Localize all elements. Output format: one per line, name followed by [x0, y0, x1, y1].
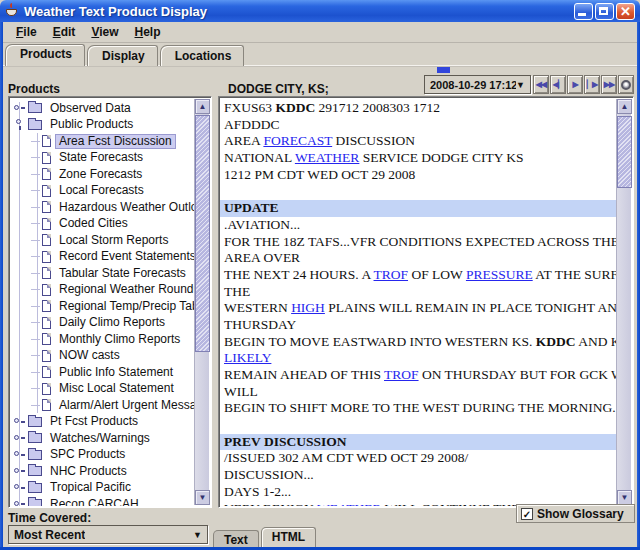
fast-forward-button[interactable]: ▶▶ [601, 75, 617, 94]
glossary-link[interactable]: HIGH [291, 300, 325, 315]
plain-text: .AVIATION... [224, 217, 300, 232]
tree-item-label: Observed Data [46, 101, 135, 116]
title-bar[interactable]: Weather Text Product Display ✕ [0, 0, 640, 22]
expand-toggle-icon[interactable] [13, 415, 26, 428]
step-backward-button[interactable]: ◀▏ [550, 75, 566, 94]
expand-toggle-icon[interactable] [13, 448, 26, 461]
glossary-link[interactable]: TROF [374, 267, 409, 282]
plain-text: AREA [224, 133, 263, 148]
tree-item-tropical-pacific[interactable]: Tropical Pacific [10, 480, 194, 497]
tree-item-recon-carcah[interactable]: Recon CARCAH [10, 496, 194, 506]
fast-backward-button[interactable]: ◀◀ [533, 75, 549, 94]
tree-item-regional-temp-precip-tables[interactable]: Regional Temp/Precip Tables [10, 298, 194, 315]
document-icon [42, 399, 51, 411]
plain-text: REMAIN AHEAD OF THIS [224, 367, 384, 382]
maximize-button[interactable] [595, 3, 614, 20]
text-scrollbar-thumb[interactable] [617, 116, 632, 188]
menu-help[interactable]: Help [127, 23, 169, 41]
plain-text: AND KHYS WILL [576, 334, 616, 349]
bold-text: UPDATE [224, 200, 279, 215]
tree-item-label: NOW casts [55, 348, 124, 363]
tree-item-label: Tabular State Forecasts [55, 266, 190, 281]
tree-item-label: SPC Products [46, 447, 129, 462]
tree-item-nhc-products[interactable]: NHC Products [10, 463, 194, 480]
tree-item-label: Zone Forecasts [55, 167, 146, 182]
plain-text: AT THE SURFACE OVER [533, 267, 616, 282]
tree-item-local-forecasts[interactable]: Local Forecasts [10, 183, 194, 200]
time-covered-combo[interactable]: Most Recent ▼ [8, 525, 208, 544]
tree-item-alarm-alert-urgent-message[interactable]: Alarm/Alert Urgent Message [10, 397, 194, 414]
glossary-link[interactable]: WEATHER [317, 501, 382, 507]
glossary-link[interactable]: FORECAST [263, 133, 332, 148]
tree-item-state-forecasts[interactable]: State Forecasts [10, 150, 194, 167]
scroll-down-icon[interactable]: ▼ [195, 490, 210, 505]
expand-toggle-icon[interactable] [13, 102, 26, 115]
menu-file[interactable]: File [8, 23, 45, 41]
collapse-toggle-icon[interactable] [13, 118, 26, 131]
tree-item-regional-weather-roundups[interactable]: Regional Weather Roundups [10, 282, 194, 299]
tree-item-public-info-statement[interactable]: Public Info Statement [10, 364, 194, 381]
tree-item-observed-data[interactable]: Observed Data [10, 100, 194, 117]
menu-view[interactable]: View [83, 23, 126, 41]
bold-text: PREV DISCUSSION [224, 434, 346, 449]
document-icon [42, 284, 51, 296]
tab-locations[interactable]: Locations [160, 45, 245, 66]
show-glossary-checkbox[interactable]: ✓ [521, 508, 533, 520]
menu-edit[interactable]: Edit [45, 23, 84, 41]
tree-item-misc-local-statement[interactable]: Misc Local Statement [10, 381, 194, 398]
tree-item-label: Public Info Statement [55, 365, 177, 380]
tree-item-pt-fcst-products[interactable]: Pt Fcst Products [10, 414, 194, 431]
glossary-link[interactable]: PRESSURE [466, 267, 533, 282]
expand-toggle-icon[interactable] [13, 481, 26, 494]
tab-display[interactable]: Display [87, 45, 158, 66]
scroll-up-icon[interactable]: ▲ [195, 99, 210, 114]
glossary-link[interactable]: LIKELY [224, 350, 271, 365]
glossary-link[interactable]: TROF [384, 367, 419, 382]
scroll-down-icon[interactable]: ▼ [617, 490, 632, 505]
view-tab-html[interactable]: HTML [261, 527, 316, 547]
chevron-down-icon: ▼ [516, 80, 530, 90]
text-line: DAYS 1-2... [224, 484, 616, 501]
text-scrollbar[interactable]: ▲ ▼ [616, 99, 631, 505]
tab-products[interactable]: Products [5, 44, 85, 66]
tree-item-public-products[interactable]: Public Products [10, 117, 194, 134]
step-forward-button[interactable]: ▏▶ [584, 75, 600, 94]
expand-toggle-icon[interactable] [13, 465, 26, 478]
window-border-left [0, 20, 3, 550]
play-button[interactable]: ▶ [567, 75, 583, 94]
tree-scrollbar-thumb[interactable] [195, 115, 210, 352]
plain-text: BEGIN TO MOVE EASTWARD INTO WESTERN KS. [224, 334, 536, 349]
plain-text: WILL [224, 384, 258, 399]
tree-item-tabular-state-forecasts[interactable]: Tabular State Forecasts [10, 265, 194, 282]
tree-item-area-fcst-discussion[interactable]: Area Fcst Discussion [10, 133, 194, 150]
folder-icon [28, 499, 42, 506]
document-icon [42, 234, 51, 246]
close-button[interactable]: ✕ [616, 3, 635, 20]
view-tab-text[interactable]: Text [213, 530, 259, 547]
tree-item-coded-cities[interactable]: Coded Cities [10, 216, 194, 233]
time-covered-label: Time Covered: [8, 511, 91, 525]
tree-item-now-casts[interactable]: NOW casts [10, 348, 194, 365]
tree-item-zone-forecasts[interactable]: Zone Forecasts [10, 166, 194, 183]
plain-text: ON THURSDAY BUT FOR GCK WINDS HERE [419, 367, 616, 382]
text-line [224, 417, 616, 434]
tree-item-hazardous-weather-outlook[interactable]: Hazardous Weather Outlook [10, 199, 194, 216]
tree-item-spc-products[interactable]: SPC Products [10, 447, 194, 464]
tree-item-monthly-climo-reports[interactable]: Monthly Climo Reports [10, 331, 194, 348]
glossary-link[interactable]: WEATHER [295, 150, 360, 165]
document-icon [42, 333, 51, 345]
java-cup-icon [5, 3, 19, 19]
product-time-combo[interactable]: 2008-10-29 17:12:50Z ▼ [424, 75, 531, 94]
latest-time-button[interactable] [618, 75, 634, 94]
tree-item-record-event-statements[interactable]: Record Event Statements [10, 249, 194, 266]
scroll-up-icon[interactable]: ▲ [617, 99, 632, 114]
expand-toggle-icon[interactable] [13, 498, 26, 506]
text-line [224, 183, 616, 200]
tree-item-local-storm-reports[interactable]: Local Storm Reports [10, 232, 194, 249]
app-window: Weather Text Product Display ✕ FileEditV… [0, 0, 640, 550]
tree-scrollbar[interactable]: ▲ ▼ [194, 99, 209, 505]
tree-item-daily-climo-reports[interactable]: Daily Climo Reports [10, 315, 194, 332]
expand-toggle-icon[interactable] [13, 432, 26, 445]
minimize-button[interactable] [574, 3, 593, 20]
tree-item-watches-warnings[interactable]: Watches/Warnings [10, 430, 194, 447]
